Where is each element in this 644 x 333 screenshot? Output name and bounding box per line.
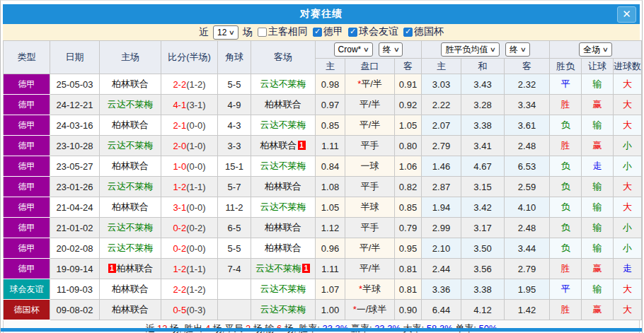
result-handicap: 输 [582, 279, 614, 300]
match-date: 23-05-27 [50, 156, 100, 177]
result-outcome: 负 [550, 177, 582, 197]
match-date: 11-09-03 [50, 279, 100, 300]
avg-odds-select[interactable]: 胜平负均值∨ [441, 42, 500, 57]
score: 2-2(1-2) [161, 74, 218, 95]
avg-lose-odds: 1.95 [505, 279, 550, 300]
table-row: 德甲21-04-24柏林联合3-1(0-0)11-2云达不莱梅1.05半球0.8… [4, 197, 642, 218]
filter-checkbox-1[interactable]: 德甲 [313, 25, 343, 38]
handicap-stage-select[interactable]: 终∨ [379, 42, 403, 57]
handicap-away-odds: 0.79 [395, 218, 422, 238]
filter-checkbox-3[interactable]: 德国杯 [403, 25, 444, 38]
avg-lose-odds: 1.42 [505, 300, 550, 320]
bookmaker-select[interactable]: Crow*∨ [334, 42, 373, 57]
handicap-away-odds: 0.82 [395, 177, 422, 197]
corner-count: 5-5 [218, 74, 251, 95]
result-handicap: 输 [582, 197, 614, 218]
avg-stage-select[interactable]: 终∨ [505, 42, 530, 57]
avg-lose-odds: 6.53 [505, 156, 550, 177]
col-header-handicap-home: 主 [316, 59, 345, 74]
league-type-badge: 德甲 [4, 238, 50, 259]
away-team: 云达不莱梅 [251, 197, 316, 218]
result-handicap: 走 [582, 156, 614, 177]
home-team: 云达不莱梅 [100, 177, 161, 197]
result-goals: 大 [614, 177, 642, 197]
handicap-line: 平/半 [345, 95, 395, 115]
avg-draw-odds: 3.42 [461, 197, 505, 218]
avg-lose-odds: 2.59 [505, 177, 550, 197]
result-group-header: 全场∨ [550, 41, 642, 59]
handicap-home-odds: 0.96 [316, 238, 345, 259]
avg-draw-odds: 3.38 [461, 279, 505, 300]
avg-lose-odds: 2.79 [505, 259, 550, 279]
away-team: 云达不莱梅 [251, 300, 316, 320]
avg-lose-odds: 3.44 [505, 238, 550, 259]
scope-select[interactable]: 全场∨ [579, 42, 612, 57]
league-type-badge: 德甲 [4, 197, 50, 218]
handicap-home-odds: 1.07 [316, 279, 345, 300]
checkbox-icon[interactable] [403, 28, 413, 37]
chevron-down-icon: ∨ [520, 46, 527, 53]
col-header-outcome: 胜负 [550, 59, 582, 74]
avg-win-odds: 2.87 [422, 177, 461, 197]
avg-win-odds: 6.44 [422, 300, 461, 320]
chevron-down-icon: ∨ [393, 46, 400, 53]
score: 1-0(0-0) [161, 156, 218, 177]
handicap-home-odds: 1.12 [316, 218, 345, 238]
filter-bar: 近 12∨ 场 主客相同德甲球会友谊德国杯 [3, 24, 640, 40]
away-team: 柏林联合 [251, 95, 316, 115]
avg-group-header: 胜平负均值∨ 终∨ [422, 41, 550, 59]
table-row: 德甲21-01-02云达不莱梅0-2(0-2)6-5柏林联合1.12平手0.79… [4, 218, 642, 238]
table-row: 德甲19-09-141柏林联合1-2(1-1)7-4云达不莱梅11.11平/半0… [4, 259, 642, 279]
recent-count-select[interactable]: 12∨ [213, 25, 238, 40]
handicap-line: 一球 [345, 156, 395, 177]
avg-win-odds: 2.10 [422, 238, 461, 259]
corner-count [218, 279, 251, 300]
checkbox-icon[interactable] [258, 28, 267, 37]
handicap-home-odds: 0.84 [316, 156, 345, 177]
home-team: 云达不莱梅 [100, 218, 161, 238]
league-type-badge: 德甲 [4, 74, 50, 95]
table-row: 德甲23-05-27柏林联合1-0(0-0)15-1云达不莱梅0.84一球1.0… [4, 156, 642, 177]
bottom-accent-bar [1, 328, 642, 332]
avg-win-odds: 1.46 [422, 156, 461, 177]
result-goals: 小 [614, 238, 642, 259]
league-type-badge: 德甲 [4, 218, 50, 238]
handicap-line: 平手 [345, 218, 395, 238]
handicap-line: *半球 [345, 279, 395, 300]
col-header-home: 主场 [100, 41, 161, 74]
chevron-down-icon: ∨ [229, 29, 235, 36]
checkbox-label: 德甲 [323, 25, 343, 38]
home-team: 云达不莱梅 [100, 136, 161, 156]
result-outcome: 胜 [550, 300, 582, 320]
checkbox-icon[interactable] [313, 28, 322, 37]
close-icon[interactable]: ✕ [617, 6, 636, 23]
home-team: 柏林联合 [100, 197, 161, 218]
filter-checkbox-2[interactable]: 球会友谊 [348, 25, 398, 38]
handicap-group-header: Crow*∨ 终∨ [316, 41, 422, 59]
head-to-head-popup: 对赛往绩 ✕ 近 12∨ 场 主客相同德甲球会友谊德国杯 类型 日期 主场 比分… [0, 0, 643, 333]
col-header-avg-draw: 和 [461, 59, 505, 74]
red-card-badge: 1 [108, 264, 116, 273]
result-goals: 大 [614, 74, 642, 95]
avg-win-odds: 2.07 [422, 115, 461, 136]
match-date: 09-08-02 [50, 300, 100, 320]
match-date: 25-05-03 [50, 74, 100, 95]
col-header-away: 客场 [251, 41, 316, 74]
avg-win-odds: 3.36 [422, 279, 461, 300]
score: 2-0(1-0) [161, 136, 218, 156]
handicap-line: 平手 [345, 177, 395, 197]
score: 0-5(0-3) [161, 300, 218, 320]
score: 0-2(0-2) [161, 218, 218, 238]
filter-checkbox-0[interactable]: 主客相同 [258, 25, 308, 38]
handicap-line: 半球 [345, 197, 395, 218]
match-date: 20-02-08 [50, 238, 100, 259]
checkbox-icon[interactable] [348, 28, 357, 37]
avg-draw-odds: 3.38 [461, 115, 505, 136]
result-goals: 大 [614, 300, 642, 320]
handicap-line: 平/半 [345, 115, 395, 136]
col-header-type: 类型 [4, 41, 50, 74]
table-row: 球会友谊11-09-03柏林联合2-2(1-2)云达不莱梅1.07*半球0.81… [4, 279, 642, 300]
result-outcome: 负 [550, 238, 582, 259]
red-card-badge: 1 [302, 264, 310, 273]
col-header-avg-lose: 客 [505, 59, 550, 74]
